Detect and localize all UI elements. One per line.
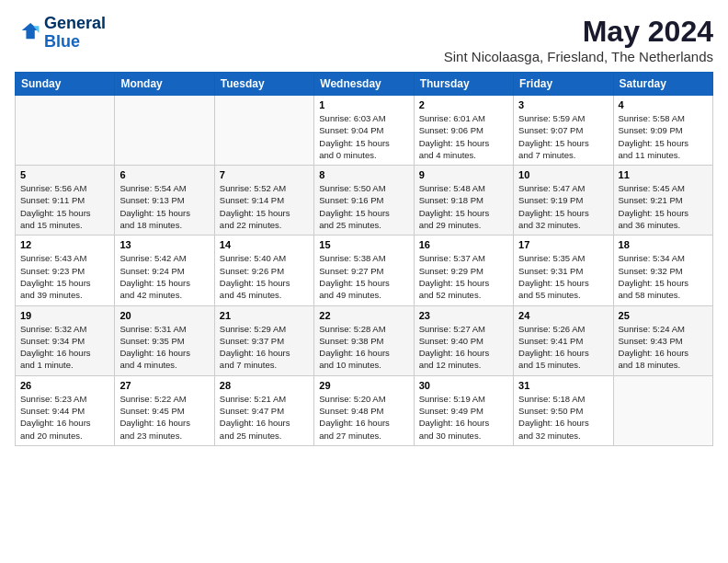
day-number: 28 <box>220 380 309 391</box>
calendar-cell: 29Sunrise: 5:20 AM Sunset: 9:48 PM Dayli… <box>314 375 414 445</box>
calendar-cell: 8Sunrise: 5:50 AM Sunset: 9:16 PM Daylig… <box>314 166 414 236</box>
week-row-5: 26Sunrise: 5:23 AM Sunset: 9:44 PM Dayli… <box>16 375 713 445</box>
calendar-cell: 10Sunrise: 5:47 AM Sunset: 9:19 PM Dayli… <box>514 166 613 236</box>
calendar-cell: 5Sunrise: 5:56 AM Sunset: 9:11 PM Daylig… <box>16 166 115 236</box>
day-number: 9 <box>419 169 508 180</box>
day-number: 8 <box>319 169 408 180</box>
calendar-cell <box>16 96 115 166</box>
calendar-cell: 25Sunrise: 5:24 AM Sunset: 9:43 PM Dayli… <box>613 305 712 375</box>
day-info: Sunrise: 5:34 AM Sunset: 9:32 PM Dayligh… <box>619 252 708 301</box>
day-number: 25 <box>619 310 708 321</box>
calendar-cell: 17Sunrise: 5:35 AM Sunset: 9:31 PM Dayli… <box>514 236 613 305</box>
day-number: 10 <box>518 169 608 180</box>
day-info: Sunrise: 6:03 AM Sunset: 9:04 PM Dayligh… <box>319 112 408 161</box>
day-info: Sunrise: 5:50 AM Sunset: 9:16 PM Dayligh… <box>319 182 408 231</box>
week-row-3: 12Sunrise: 5:43 AM Sunset: 9:23 PM Dayli… <box>16 236 713 305</box>
title-area: May 2024 Sint Nicolaasga, Friesland, The… <box>444 15 713 64</box>
calendar-cell: 15Sunrise: 5:38 AM Sunset: 9:27 PM Dayli… <box>314 236 414 305</box>
page-header: General Blue May 2024 Sint Nicolaasga, F… <box>15 15 713 64</box>
subtitle: Sint Nicolaasga, Friesland, The Netherla… <box>444 49 713 64</box>
main-title: May 2024 <box>444 15 713 49</box>
calendar-cell: 30Sunrise: 5:19 AM Sunset: 9:49 PM Dayli… <box>414 375 513 445</box>
day-number: 1 <box>319 99 408 110</box>
calendar-cell: 3Sunrise: 5:59 AM Sunset: 9:07 PM Daylig… <box>514 96 613 166</box>
day-number: 7 <box>220 169 309 180</box>
day-number: 27 <box>119 380 209 391</box>
day-info: Sunrise: 6:01 AM Sunset: 9:06 PM Dayligh… <box>419 112 508 161</box>
calendar-cell: 19Sunrise: 5:32 AM Sunset: 9:34 PM Dayli… <box>16 305 115 375</box>
day-info: Sunrise: 5:23 AM Sunset: 9:44 PM Dayligh… <box>20 393 109 442</box>
day-info: Sunrise: 5:40 AM Sunset: 9:26 PM Dayligh… <box>220 252 309 301</box>
header-cell-wednesday: Wednesday <box>314 73 414 96</box>
day-info: Sunrise: 5:43 AM Sunset: 9:23 PM Dayligh… <box>20 252 109 301</box>
day-number: 11 <box>619 169 708 180</box>
week-row-4: 19Sunrise: 5:32 AM Sunset: 9:34 PM Dayli… <box>16 305 713 375</box>
day-info: Sunrise: 5:47 AM Sunset: 9:19 PM Dayligh… <box>518 182 608 231</box>
day-info: Sunrise: 5:26 AM Sunset: 9:41 PM Dayligh… <box>518 323 608 372</box>
day-number: 31 <box>518 380 608 391</box>
calendar-cell: 23Sunrise: 5:27 AM Sunset: 9:40 PM Dayli… <box>414 305 513 375</box>
day-number: 26 <box>20 380 109 391</box>
day-info: Sunrise: 5:48 AM Sunset: 9:18 PM Dayligh… <box>419 182 508 231</box>
day-number: 19 <box>20 310 109 321</box>
day-number: 2 <box>419 99 508 110</box>
day-number: 16 <box>419 239 508 250</box>
day-number: 13 <box>119 239 209 250</box>
day-number: 18 <box>619 239 708 250</box>
logo: General Blue <box>15 15 106 52</box>
calendar-cell: 2Sunrise: 6:01 AM Sunset: 9:06 PM Daylig… <box>414 96 513 166</box>
calendar-cell: 22Sunrise: 5:28 AM Sunset: 9:38 PM Dayli… <box>314 305 414 375</box>
day-number: 23 <box>419 310 508 321</box>
calendar-cell <box>115 96 214 166</box>
day-info: Sunrise: 5:31 AM Sunset: 9:35 PM Dayligh… <box>119 323 209 372</box>
calendar-cell: 9Sunrise: 5:48 AM Sunset: 9:18 PM Daylig… <box>414 166 513 236</box>
calendar-table: SundayMondayTuesdayWednesdayThursdayFrid… <box>15 72 713 446</box>
week-row-1: 1Sunrise: 6:03 AM Sunset: 9:04 PM Daylig… <box>16 96 713 166</box>
day-info: Sunrise: 5:24 AM Sunset: 9:43 PM Dayligh… <box>619 323 708 372</box>
header-cell-saturday: Saturday <box>613 73 712 96</box>
calendar-cell: 18Sunrise: 5:34 AM Sunset: 9:32 PM Dayli… <box>613 236 712 305</box>
day-number: 12 <box>20 239 109 250</box>
day-number: 22 <box>319 310 408 321</box>
day-info: Sunrise: 5:22 AM Sunset: 9:45 PM Dayligh… <box>119 393 209 442</box>
day-info: Sunrise: 5:28 AM Sunset: 9:38 PM Dayligh… <box>319 323 408 372</box>
calendar-cell: 12Sunrise: 5:43 AM Sunset: 9:23 PM Dayli… <box>16 236 115 305</box>
calendar-cell <box>613 375 712 445</box>
calendar-header: SundayMondayTuesdayWednesdayThursdayFrid… <box>16 73 713 96</box>
calendar-cell: 16Sunrise: 5:37 AM Sunset: 9:29 PM Dayli… <box>414 236 513 305</box>
calendar-cell: 11Sunrise: 5:45 AM Sunset: 9:21 PM Dayli… <box>613 166 712 236</box>
day-number: 20 <box>119 310 209 321</box>
calendar-cell: 13Sunrise: 5:42 AM Sunset: 9:24 PM Dayli… <box>115 236 214 305</box>
calendar-cell: 24Sunrise: 5:26 AM Sunset: 9:41 PM Dayli… <box>514 305 613 375</box>
day-info: Sunrise: 5:19 AM Sunset: 9:49 PM Dayligh… <box>419 393 508 442</box>
week-row-2: 5Sunrise: 5:56 AM Sunset: 9:11 PM Daylig… <box>16 166 713 236</box>
day-number: 30 <box>419 380 508 391</box>
day-info: Sunrise: 5:45 AM Sunset: 9:21 PM Dayligh… <box>619 182 708 231</box>
calendar-body: 1Sunrise: 6:03 AM Sunset: 9:04 PM Daylig… <box>16 96 713 446</box>
day-info: Sunrise: 5:21 AM Sunset: 9:47 PM Dayligh… <box>220 393 309 442</box>
day-number: 6 <box>119 169 209 180</box>
calendar-cell: 1Sunrise: 6:03 AM Sunset: 9:04 PM Daylig… <box>314 96 414 166</box>
svg-marker-0 <box>22 23 40 39</box>
header-cell-tuesday: Tuesday <box>214 73 313 96</box>
day-info: Sunrise: 5:29 AM Sunset: 9:37 PM Dayligh… <box>220 323 309 372</box>
day-number: 29 <box>319 380 408 391</box>
day-info: Sunrise: 5:35 AM Sunset: 9:31 PM Dayligh… <box>518 252 608 301</box>
day-info: Sunrise: 5:20 AM Sunset: 9:48 PM Dayligh… <box>319 393 408 442</box>
logo-text-line2: Blue <box>44 33 106 52</box>
calendar-cell <box>214 96 313 166</box>
day-number: 15 <box>319 239 408 250</box>
day-info: Sunrise: 5:59 AM Sunset: 9:07 PM Dayligh… <box>518 112 608 161</box>
day-info: Sunrise: 5:54 AM Sunset: 9:13 PM Dayligh… <box>119 182 209 231</box>
header-cell-friday: Friday <box>514 73 613 96</box>
header-cell-thursday: Thursday <box>414 73 513 96</box>
day-number: 14 <box>220 239 309 250</box>
day-number: 24 <box>518 310 608 321</box>
header-cell-monday: Monday <box>115 73 214 96</box>
calendar-cell: 6Sunrise: 5:54 AM Sunset: 9:13 PM Daylig… <box>115 166 214 236</box>
day-number: 3 <box>518 99 608 110</box>
logo-icon <box>15 20 40 46</box>
calendar-cell: 20Sunrise: 5:31 AM Sunset: 9:35 PM Dayli… <box>115 305 214 375</box>
calendar-cell: 14Sunrise: 5:40 AM Sunset: 9:26 PM Dayli… <box>214 236 313 305</box>
day-info: Sunrise: 5:38 AM Sunset: 9:27 PM Dayligh… <box>319 252 408 301</box>
